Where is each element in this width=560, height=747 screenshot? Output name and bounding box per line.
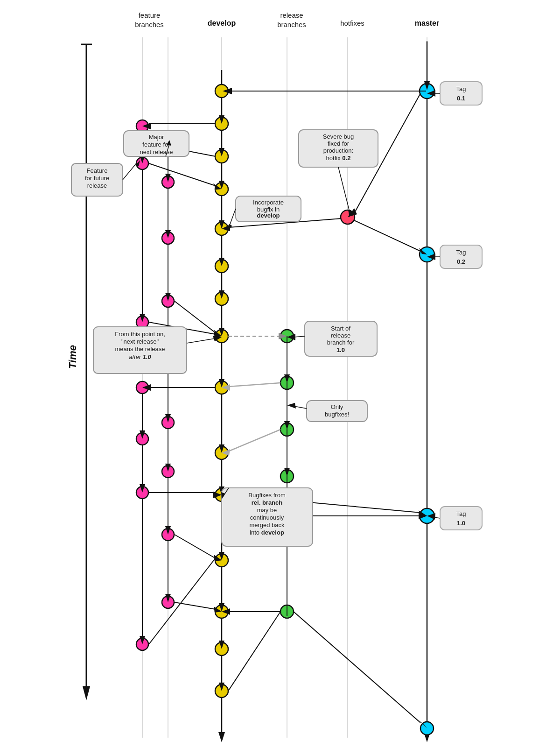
git-flow-diagram: Time feature branches develop release br… (0, 0, 560, 747)
svg-line-141 (294, 336, 305, 337)
svg-line-110 (229, 383, 280, 387)
callout-severe-bug-line2: fixed for (328, 140, 350, 147)
callout-from-this-point-line3: means the release (115, 345, 165, 352)
callout-feature-future-line3: release (87, 182, 107, 189)
callout-from-this-point-line1: From this point on, (115, 331, 165, 338)
callout-from-this-point-line4: after 1.0 (129, 353, 151, 360)
callout-bugfixes-from-rel-line4: continuously (250, 514, 284, 521)
col-hotfixes-label: hotfixes (340, 19, 364, 27)
callout-severe-bug-line4: hotfix 0.2 (326, 155, 351, 162)
svg-line-144 (294, 406, 307, 409)
callout-major-feature-line1: Major (149, 134, 164, 141)
col-master-label: master (415, 19, 439, 27)
callout-bugfixes-from-rel-line5: merged back (249, 521, 285, 529)
svg-line-135 (338, 167, 350, 213)
callout-start-release-line2: release (331, 332, 351, 339)
tag02-line2: 0.2 (457, 258, 465, 265)
time-label: Time (67, 345, 78, 369)
svg-marker-145 (287, 403, 296, 409)
tag10-line1: Tag (456, 510, 466, 517)
svg-line-126 (123, 163, 136, 180)
svg-line-96 (354, 220, 420, 251)
svg-marker-14 (218, 732, 225, 742)
col-release-label2: branches (277, 21, 306, 28)
callout-start-release-line1: Start of (331, 325, 350, 332)
col-release-label: release (280, 11, 303, 19)
col-feature-label: feature (139, 11, 161, 19)
callout-start-release-line3: branch for (327, 339, 355, 346)
tag01-line1: Tag (456, 85, 466, 92)
callout-severe-bug-line3: production: (323, 147, 353, 154)
callout-only-bugfixes-line1: Only (331, 403, 343, 410)
callout-major-feature-line2: feature for (142, 141, 170, 148)
svg-line-92 (175, 602, 216, 609)
callout-bugfixes-from-rel-line3: may be (257, 507, 277, 514)
svg-line-120 (228, 612, 280, 691)
svg-line-156 (434, 517, 440, 518)
callout-incorporate-line3: develop (257, 212, 280, 219)
tag01-line2: 0.1 (457, 95, 465, 102)
callout-feature-future-line2: for future (85, 175, 109, 182)
tag10-line2: 1.0 (457, 520, 465, 527)
svg-marker-7 (83, 686, 90, 700)
svg-line-54 (149, 163, 216, 186)
callout-start-release-line4: 1.0 (336, 346, 345, 353)
callout-from-this-point-line2: "next release" (121, 338, 159, 345)
callout-bugfixes-from-rel-line2: rel. branch (252, 499, 283, 506)
callout-bugfixes-from-rel-line6: into develop (250, 529, 284, 536)
svg-line-123 (294, 612, 420, 723)
svg-line-80 (149, 558, 216, 644)
svg-line-88 (175, 535, 216, 558)
callout-only-bugfixes-line2: bugfixes! (325, 411, 349, 418)
callout-bugfixes-from-rel-line1: Bugfixes from (248, 492, 285, 499)
col-develop-label: develop (208, 19, 236, 27)
callout-feature-future-line1: Feature (87, 167, 108, 174)
svg-line-112 (229, 430, 280, 451)
svg-line-138 (187, 338, 215, 343)
col-feature-label2: branches (135, 21, 164, 28)
tag02-line1: Tag (456, 249, 466, 256)
callout-incorporate-line1: Incorporate (253, 199, 284, 206)
callout-severe-bug-line1: Severe bug (323, 133, 354, 140)
